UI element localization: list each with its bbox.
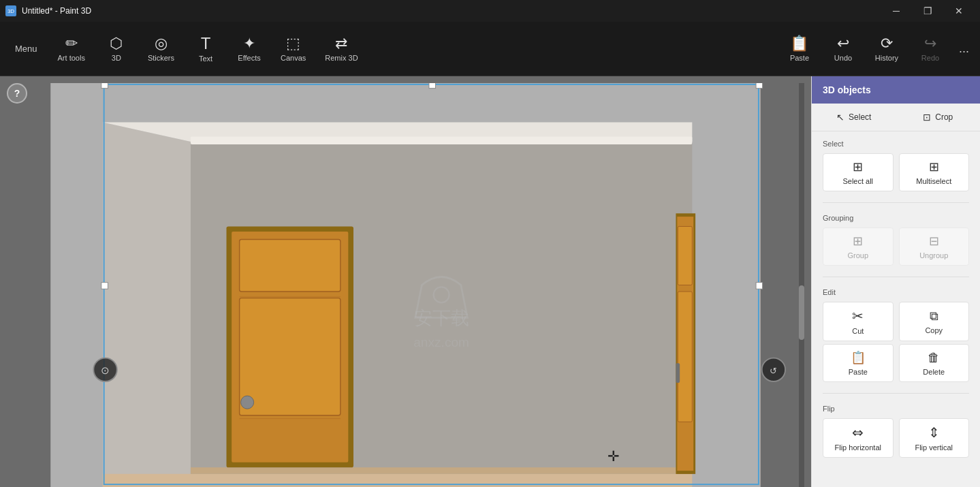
paste-button[interactable]: 📋 Paste: [779, 25, 820, 73]
svg-rect-6: [191, 136, 692, 144]
svg-rect-17: [678, 292, 692, 422]
cut-button[interactable]: ✂ Cut: [823, 302, 894, 341]
svg-rect-10: [240, 298, 341, 415]
edit-row-2: 📋 Paste 🗑 Delete: [823, 344, 969, 382]
ungroup-icon: ⊟: [929, 234, 939, 249]
svg-rect-18: [676, 363, 680, 383]
crop-tool-icon: ⊡: [923, 112, 931, 123]
redo-button[interactable]: ↪ Redo: [910, 25, 951, 73]
menu-button[interactable]: Menu: [5, 25, 47, 73]
close-button[interactable]: ✕: [943, 0, 975, 22]
edit-section: Edit ✂ Cut ⧉ Copy 📋 Paste 🗑 Delete: [812, 280, 980, 390]
grouping-section-label: Grouping: [823, 214, 969, 222]
svg-text:↺: ↺: [770, 366, 777, 376]
text-label: Text: [199, 54, 212, 63]
paste-icon: 📋: [790, 36, 808, 51]
help-button[interactable]: ?: [7, 83, 27, 104]
toolbar-art-tools[interactable]: ✏ Art tools: [50, 25, 93, 73]
maximize-button[interactable]: ❐: [912, 0, 943, 22]
stickers-icon: ◎: [155, 36, 168, 51]
stickers-label: Stickers: [148, 54, 174, 62]
canvas-scrollbar[interactable]: [799, 83, 804, 487]
undo-label: Undo: [834, 54, 852, 62]
paste-edit-button[interactable]: 📋 Paste: [823, 344, 894, 382]
remix3d-label: Remix 3D: [325, 54, 358, 62]
flip-horizontal-button[interactable]: ⇔ Flip horizontal: [823, 418, 894, 458]
toolbar-text[interactable]: T Text: [185, 25, 226, 73]
flip-vertical-button[interactable]: ⇕ Flip vertical: [899, 418, 970, 458]
select-section: Select ⊞ Select all ⊞ Multiselect: [812, 131, 980, 200]
svg-marker-2: [103, 122, 191, 487]
room-scene: 安下载 anxz.com ✛ ⊙: [7, 83, 804, 487]
paste-label: Paste: [790, 54, 809, 62]
divider-2: [823, 277, 969, 277]
canvas-icon: ⬚: [286, 36, 300, 51]
panel-title: 3D objects: [823, 84, 871, 95]
titlebar-controls: ─ ❐ ✕: [881, 0, 975, 22]
flip-horizontal-label: Flip horizontal: [835, 443, 881, 452]
canvas-area[interactable]: ?: [0, 76, 811, 487]
svg-text:⊙: ⊙: [101, 364, 110, 376]
divider-3: [823, 393, 969, 394]
svg-rect-27: [101, 283, 108, 289]
divider-1: [823, 202, 969, 203]
canvas-label: Canvas: [281, 54, 306, 62]
ungroup-button: ⊟ Ungroup: [899, 227, 970, 266]
cut-label: Cut: [852, 327, 864, 335]
toolbar-stickers[interactable]: ◎ Stickers: [140, 25, 183, 73]
svg-point-11: [241, 396, 254, 409]
crop-tool[interactable]: ⊡ Crop: [899, 106, 978, 128]
redo-icon: ↪: [924, 36, 936, 51]
copy-icon: ⧉: [930, 309, 938, 324]
toolbar: Menu ✏ Art tools ⬡ 3D ◎ Stickers T Text …: [0, 22, 980, 76]
redo-label: Redo: [921, 54, 939, 62]
toolbar-remix3d[interactable]: ⇄ Remix 3D: [317, 25, 366, 73]
select-tool[interactable]: ↖ Select: [815, 106, 894, 128]
paste-edit-label: Paste: [849, 368, 868, 376]
history-button[interactable]: ⟳ History: [866, 25, 907, 73]
toolbar-3d[interactable]: ⬡ 3D: [96, 25, 137, 73]
titlebar-left: 3D Untitled* - Paint 3D: [5, 5, 91, 16]
toolbar-right: 📋 Paste ↩ Undo ⟳ History ↪ Redo ...: [779, 25, 975, 73]
select-all-icon: ⊞: [853, 159, 863, 174]
svg-marker-5: [191, 467, 692, 474]
svg-rect-24: [101, 83, 108, 89]
select-tool-label: Select: [849, 112, 871, 122]
group-button: ⊞ Group: [823, 227, 894, 266]
svg-rect-25: [429, 83, 436, 89]
copy-button[interactable]: ⧉ Copy: [899, 302, 970, 341]
svg-rect-9: [240, 240, 341, 292]
app-icon: 3D: [5, 5, 16, 16]
copy-label: Copy: [925, 326, 943, 334]
grouping-row: ⊞ Group ⊟ Ungroup: [823, 227, 969, 266]
delete-button[interactable]: 🗑 Delete: [899, 344, 970, 382]
history-label: History: [875, 54, 898, 62]
select-tool-icon: ↖: [836, 112, 844, 123]
multiselect-icon: ⊞: [929, 159, 939, 174]
multiselect-button[interactable]: ⊞ Multiselect: [899, 153, 970, 191]
crop-tool-label: Crop: [935, 112, 953, 122]
toolbar-effects[interactable]: ✦ Effects: [229, 25, 270, 73]
svg-rect-28: [756, 283, 763, 289]
3d-icon: ⬡: [110, 36, 123, 51]
toolbar-canvas[interactable]: ⬚ Canvas: [272, 25, 314, 73]
app-title: Untitled* - Paint 3D: [22, 6, 91, 16]
undo-button[interactable]: ↩ Undo: [823, 25, 864, 73]
minimize-button[interactable]: ─: [881, 0, 912, 22]
edit-section-label: Edit: [823, 288, 969, 296]
paste-edit-icon: 📋: [851, 350, 866, 365]
more-button[interactable]: ...: [953, 36, 975, 61]
group-label: Group: [847, 251, 868, 260]
select-all-button[interactable]: ⊞ Select all: [823, 153, 894, 191]
svg-rect-26: [756, 83, 763, 89]
canvas-scrollbar-thumb[interactable]: [799, 285, 804, 340]
select-section-label: Select: [823, 140, 969, 148]
delete-icon: 🗑: [928, 351, 940, 365]
undo-icon: ↩: [837, 36, 849, 51]
ungroup-label: Ungroup: [919, 251, 948, 260]
delete-label: Delete: [923, 368, 945, 376]
edit-row-1: ✂ Cut ⧉ Copy: [823, 302, 969, 341]
svg-rect-16: [678, 226, 692, 285]
flip-vertical-label: Flip vertical: [915, 443, 953, 452]
panel-toolbar: ↖ Select ⊡ Crop: [812, 104, 980, 131]
